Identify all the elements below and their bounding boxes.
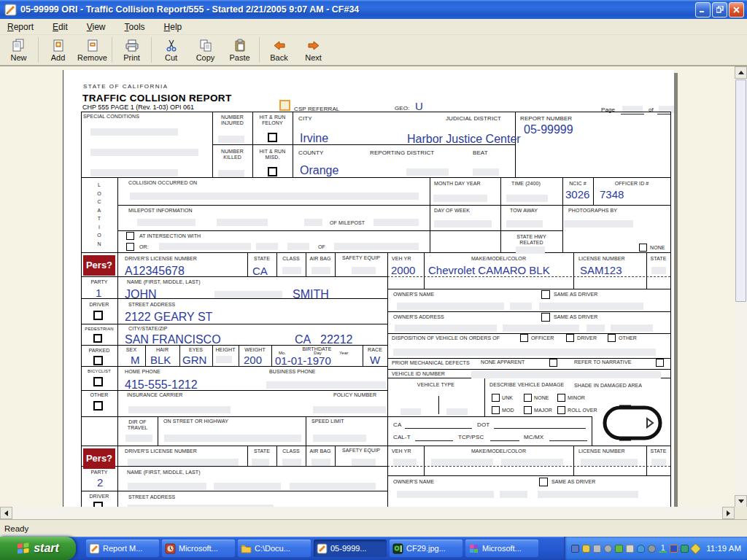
field-placeholder[interactable] [311, 459, 330, 466]
bicyclist-checkbox[interactable] [93, 377, 103, 386]
vertical-scrollbar[interactable] [735, 66, 747, 508]
field-placeholder[interactable] [218, 136, 244, 143]
messenger-icon[interactable] [637, 545, 645, 553]
street-address-value[interactable]: 2122 GEARY ST [125, 311, 212, 323]
mc-mx-line[interactable] [549, 440, 587, 441]
owner-addr-same-checkbox[interactable] [541, 313, 550, 322]
field-placeholder[interactable] [334, 243, 419, 250]
field-placeholder[interactable] [564, 220, 633, 228]
ca-line[interactable] [405, 428, 472, 429]
search-magnifier-icon[interactable] [681, 545, 689, 553]
scroll-down-button[interactable] [735, 495, 747, 508]
party2-pers-button[interactable]: Pers? [83, 448, 115, 469]
key-lock-icon[interactable] [582, 545, 590, 553]
field-placeholder[interactable] [538, 491, 638, 498]
config-icon[interactable] [670, 545, 678, 553]
hit-run-felony-checkbox[interactable] [268, 133, 277, 142]
damage-rollover-checkbox[interactable] [557, 406, 565, 414]
field-placeholder[interactable] [164, 435, 301, 442]
field-placeholder[interactable] [313, 406, 386, 413]
task-microsoft-1[interactable]: Microsoft... [162, 540, 235, 557]
menu-help[interactable]: Help [164, 22, 182, 32]
field-placeholder[interactable] [214, 291, 282, 298]
field-placeholder[interactable] [282, 267, 301, 274]
field-placeholder[interactable] [256, 243, 278, 250]
menu-report[interactable]: Report [7, 22, 34, 32]
field-placeholder[interactable] [506, 220, 543, 228]
party1-number[interactable]: 1 [96, 287, 101, 299]
scroll-right-button[interactable] [722, 507, 735, 519]
field-placeholder[interactable] [395, 324, 497, 332]
party2-number[interactable]: 2 [97, 477, 103, 489]
field-placeholder[interactable] [218, 170, 244, 177]
close-button[interactable] [729, 2, 744, 18]
start-button[interactable]: start [0, 537, 76, 560]
cut-button[interactable]: Cut [154, 35, 188, 65]
field-placeholder[interactable] [304, 219, 322, 226]
eyes-value[interactable]: GRN [182, 354, 206, 366]
network-icon[interactable] [571, 545, 579, 553]
field-placeholder[interactable] [313, 435, 366, 442]
field-placeholder[interactable] [501, 459, 563, 466]
task-image-viewer[interactable]: CF29.jpg... [390, 540, 462, 557]
field-placeholder[interactable] [311, 267, 330, 274]
city2-value[interactable]: SAN FRANCISCO [125, 334, 221, 346]
cal-t-line[interactable] [415, 440, 453, 441]
mouse-settings-icon[interactable] [626, 545, 634, 553]
disposition-other-checkbox[interactable] [608, 334, 616, 342]
diamond-tool-icon[interactable] [690, 542, 702, 554]
dot-line[interactable] [494, 428, 586, 429]
field-placeholder[interactable] [651, 267, 666, 274]
first-name-value[interactable]: JOHN [125, 289, 157, 300]
last-name-value[interactable]: SMITH [293, 289, 329, 300]
task-microsoft-2[interactable]: Microsoft... [465, 540, 538, 557]
race-value[interactable]: W [370, 354, 380, 366]
field-placeholder[interactable] [510, 303, 532, 310]
p2-same-as-driver-checkbox[interactable] [539, 478, 548, 486]
minimize-button[interactable] [695, 2, 711, 18]
or-checkbox[interactable] [126, 243, 134, 251]
field-placeholder[interactable] [128, 406, 231, 413]
sex-value[interactable]: M [131, 354, 140, 366]
next-button[interactable]: Next [296, 35, 330, 65]
field-placeholder[interactable] [287, 243, 309, 250]
scroll-up-button[interactable] [735, 66, 747, 79]
hit-run-misd-checkbox[interactable] [268, 167, 277, 176]
field-placeholder[interactable] [516, 246, 545, 254]
party1-pers-button[interactable]: Pers? [83, 255, 115, 276]
field-placeholder[interactable] [473, 168, 499, 176]
birthdate-value[interactable]: 01-01-1970 [275, 355, 331, 367]
damage-mod-checkbox[interactable] [492, 406, 500, 414]
field-placeholder[interactable] [159, 243, 251, 250]
damage-none-checkbox[interactable] [524, 394, 532, 402]
globe-icon[interactable] [648, 545, 656, 553]
officer-id-value[interactable]: 7348 [600, 189, 624, 201]
field-placeholder[interactable] [282, 459, 301, 466]
field-placeholder[interactable] [581, 459, 638, 466]
field-placeholder[interactable] [503, 324, 579, 332]
restore-button[interactable] [712, 2, 727, 18]
dl-state-value[interactable]: CA [252, 265, 268, 277]
scroll-left-button[interactable] [0, 507, 12, 519]
disposition-driver-checkbox[interactable] [566, 334, 574, 342]
field-placeholder[interactable] [506, 195, 548, 202]
at-intersection-checkbox[interactable] [126, 232, 134, 240]
horizontal-scrollbar[interactable] [0, 507, 735, 519]
disposition-officer-checkbox[interactable] [520, 334, 528, 342]
num-lock-icon[interactable]: 1 [659, 545, 667, 553]
none-apparent-checkbox[interactable] [549, 359, 557, 367]
field-placeholder[interactable] [587, 324, 605, 332]
field-placeholder[interactable] [431, 459, 493, 466]
ncic-value[interactable]: 3026 [565, 189, 589, 201]
photos-none-checkbox[interactable] [639, 244, 647, 252]
print-button[interactable]: Print [115, 35, 149, 65]
field-placeholder[interactable] [128, 483, 206, 490]
new-button[interactable]: New [1, 35, 36, 65]
add-button[interactable]: Add [41, 35, 75, 65]
update-shield-icon[interactable] [615, 545, 623, 553]
hair-value[interactable]: BLK [150, 354, 171, 366]
field-placeholder[interactable] [406, 168, 449, 176]
database-icon[interactable] [593, 545, 601, 553]
field-placeholder[interactable] [446, 408, 468, 416]
other-checkbox[interactable] [93, 401, 103, 411]
